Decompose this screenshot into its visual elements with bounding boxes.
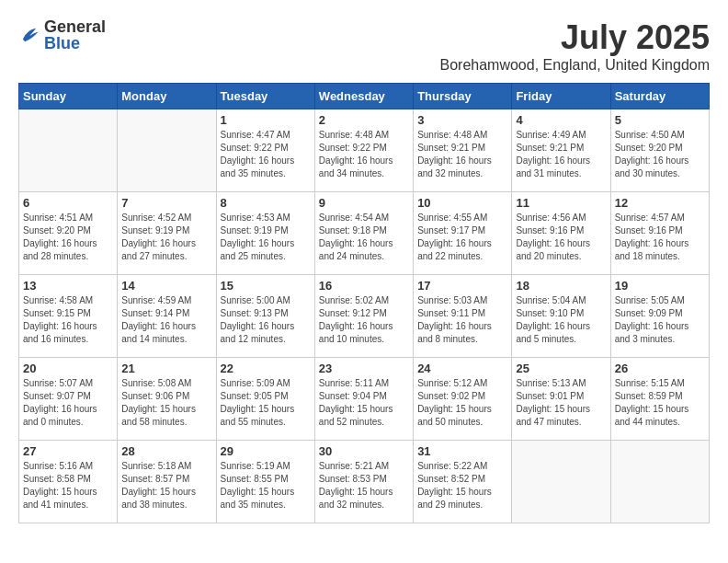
calendar-cell: 20Sunrise: 5:07 AM Sunset: 9:07 PM Dayli… xyxy=(19,358,118,441)
day-number: 23 xyxy=(319,362,409,375)
day-number: 30 xyxy=(319,444,409,458)
day-detail: Sunrise: 4:57 AM Sunset: 9:16 PM Dayligh… xyxy=(615,212,705,263)
day-detail: Sunrise: 4:47 AM Sunset: 9:22 PM Dayligh… xyxy=(221,129,311,180)
day-number: 12 xyxy=(615,196,705,210)
day-number: 1 xyxy=(221,113,311,127)
day-detail: Sunrise: 4:53 AM Sunset: 9:19 PM Dayligh… xyxy=(221,212,311,263)
day-number: 22 xyxy=(221,362,311,375)
calendar-cell: 28Sunrise: 5:18 AM Sunset: 8:57 PM Dayli… xyxy=(118,441,216,523)
calendar-cell xyxy=(118,109,216,192)
calendar-cell: 16Sunrise: 5:02 AM Sunset: 9:12 PM Dayli… xyxy=(314,275,413,358)
day-number: 20 xyxy=(23,362,113,375)
calendar-cell xyxy=(610,441,709,523)
calendar-cell: 10Sunrise: 4:55 AM Sunset: 9:17 PM Dayli… xyxy=(414,192,512,275)
day-number: 13 xyxy=(23,279,113,293)
day-number: 19 xyxy=(615,279,705,293)
logo-blue: Blue xyxy=(44,35,106,52)
calendar-week-4: 20Sunrise: 5:07 AM Sunset: 9:07 PM Dayli… xyxy=(19,358,710,441)
day-detail: Sunrise: 5:21 AM Sunset: 8:53 PM Dayligh… xyxy=(319,460,409,511)
day-detail: Sunrise: 4:48 AM Sunset: 9:22 PM Dayligh… xyxy=(319,129,409,180)
calendar-cell: 9Sunrise: 4:54 AM Sunset: 9:18 PM Daylig… xyxy=(314,192,413,275)
day-number: 21 xyxy=(121,362,211,375)
calendar-cell: 4Sunrise: 4:49 AM Sunset: 9:21 PM Daylig… xyxy=(512,109,610,192)
weekday-header-saturday: Saturday xyxy=(610,84,709,109)
calendar-cell: 2Sunrise: 4:48 AM Sunset: 9:22 PM Daylig… xyxy=(314,109,413,192)
calendar-cell: 26Sunrise: 5:15 AM Sunset: 8:59 PM Dayli… xyxy=(610,358,709,441)
calendar-cell: 29Sunrise: 5:19 AM Sunset: 8:55 PM Dayli… xyxy=(216,441,314,523)
day-number: 31 xyxy=(417,444,507,458)
calendar-cell: 25Sunrise: 5:13 AM Sunset: 9:01 PM Dayli… xyxy=(512,358,610,441)
day-detail: Sunrise: 5:05 AM Sunset: 9:09 PM Dayligh… xyxy=(615,294,705,346)
day-number: 16 xyxy=(319,279,409,293)
calendar-cell: 13Sunrise: 4:58 AM Sunset: 9:15 PM Dayli… xyxy=(19,275,118,358)
day-detail: Sunrise: 5:04 AM Sunset: 9:10 PM Dayligh… xyxy=(516,294,606,346)
weekday-header-sunday: Sunday xyxy=(19,84,118,109)
day-detail: Sunrise: 5:22 AM Sunset: 8:52 PM Dayligh… xyxy=(417,460,507,511)
logo-general: General xyxy=(44,18,106,35)
weekday-header-monday: Monday xyxy=(118,84,216,109)
weekday-header-tuesday: Tuesday xyxy=(216,84,314,109)
calendar-cell xyxy=(19,109,118,192)
calendar-week-5: 27Sunrise: 5:16 AM Sunset: 8:58 PM Dayli… xyxy=(19,441,710,523)
calendar-week-2: 6Sunrise: 4:51 AM Sunset: 9:20 PM Daylig… xyxy=(19,192,710,275)
day-number: 2 xyxy=(319,113,409,127)
calendar-cell: 24Sunrise: 5:12 AM Sunset: 9:02 PM Dayli… xyxy=(414,358,512,441)
weekday-header-wednesday: Wednesday xyxy=(314,84,413,109)
calendar-header-row: SundayMondayTuesdayWednesdayThursdayFrid… xyxy=(19,84,710,109)
day-detail: Sunrise: 5:13 AM Sunset: 9:01 PM Dayligh… xyxy=(516,377,606,429)
calendar-cell: 31Sunrise: 5:22 AM Sunset: 8:52 PM Dayli… xyxy=(414,441,512,523)
calendar-cell: 19Sunrise: 5:05 AM Sunset: 9:09 PM Dayli… xyxy=(610,275,709,358)
day-number: 29 xyxy=(221,444,311,458)
calendar-cell: 6Sunrise: 4:51 AM Sunset: 9:20 PM Daylig… xyxy=(19,192,118,275)
calendar-cell: 1Sunrise: 4:47 AM Sunset: 9:22 PM Daylig… xyxy=(216,109,314,192)
day-detail: Sunrise: 4:49 AM Sunset: 9:21 PM Dayligh… xyxy=(516,129,606,180)
day-number: 5 xyxy=(615,113,705,127)
day-number: 7 xyxy=(121,196,211,210)
day-detail: Sunrise: 4:48 AM Sunset: 9:21 PM Dayligh… xyxy=(417,129,507,180)
day-number: 18 xyxy=(516,279,606,293)
day-detail: Sunrise: 5:18 AM Sunset: 8:57 PM Dayligh… xyxy=(121,460,211,511)
calendar-cell: 27Sunrise: 5:16 AM Sunset: 8:58 PM Dayli… xyxy=(19,441,118,523)
day-detail: Sunrise: 5:07 AM Sunset: 9:07 PM Dayligh… xyxy=(23,377,113,429)
calendar-week-3: 13Sunrise: 4:58 AM Sunset: 9:15 PM Dayli… xyxy=(19,275,710,358)
day-detail: Sunrise: 5:09 AM Sunset: 9:05 PM Dayligh… xyxy=(221,377,311,429)
calendar-table: SundayMondayTuesdayWednesdayThursdayFrid… xyxy=(18,83,710,523)
logo-text: General Blue xyxy=(44,18,106,52)
day-number: 10 xyxy=(417,196,507,210)
day-detail: Sunrise: 4:50 AM Sunset: 9:20 PM Dayligh… xyxy=(615,129,705,180)
day-detail: Sunrise: 5:16 AM Sunset: 8:58 PM Dayligh… xyxy=(23,460,113,511)
month-year: July 2025 xyxy=(439,18,710,57)
logo: General Blue xyxy=(18,18,106,52)
page-header: General Blue July 2025 Borehamwood, Engl… xyxy=(18,18,710,74)
day-number: 6 xyxy=(23,196,113,210)
day-detail: Sunrise: 5:00 AM Sunset: 9:13 PM Dayligh… xyxy=(221,294,311,346)
day-detail: Sunrise: 4:54 AM Sunset: 9:18 PM Dayligh… xyxy=(319,212,409,263)
day-detail: Sunrise: 4:52 AM Sunset: 9:19 PM Dayligh… xyxy=(121,212,211,263)
day-number: 11 xyxy=(516,196,606,210)
day-number: 24 xyxy=(417,362,507,375)
calendar-cell: 14Sunrise: 4:59 AM Sunset: 9:14 PM Dayli… xyxy=(118,275,216,358)
calendar-cell: 21Sunrise: 5:08 AM Sunset: 9:06 PM Dayli… xyxy=(118,358,216,441)
day-number: 3 xyxy=(417,113,507,127)
calendar-cell: 23Sunrise: 5:11 AM Sunset: 9:04 PM Dayli… xyxy=(314,358,413,441)
day-number: 4 xyxy=(516,113,606,127)
day-number: 28 xyxy=(121,444,211,458)
calendar-cell xyxy=(512,441,610,523)
day-detail: Sunrise: 5:08 AM Sunset: 9:06 PM Dayligh… xyxy=(121,377,211,429)
calendar-cell: 22Sunrise: 5:09 AM Sunset: 9:05 PM Dayli… xyxy=(216,358,314,441)
calendar-cell: 12Sunrise: 4:57 AM Sunset: 9:16 PM Dayli… xyxy=(610,192,709,275)
calendar-cell: 15Sunrise: 5:00 AM Sunset: 9:13 PM Dayli… xyxy=(216,275,314,358)
day-detail: Sunrise: 4:55 AM Sunset: 9:17 PM Dayligh… xyxy=(417,212,507,263)
weekday-header-thursday: Thursday xyxy=(414,84,512,109)
day-detail: Sunrise: 5:11 AM Sunset: 9:04 PM Dayligh… xyxy=(319,377,409,429)
day-detail: Sunrise: 4:58 AM Sunset: 9:15 PM Dayligh… xyxy=(23,294,113,346)
calendar-cell: 18Sunrise: 5:04 AM Sunset: 9:10 PM Dayli… xyxy=(512,275,610,358)
day-detail: Sunrise: 4:51 AM Sunset: 9:20 PM Dayligh… xyxy=(23,212,113,263)
day-detail: Sunrise: 5:12 AM Sunset: 9:02 PM Dayligh… xyxy=(417,377,507,429)
calendar-cell: 8Sunrise: 4:53 AM Sunset: 9:19 PM Daylig… xyxy=(216,192,314,275)
day-detail: Sunrise: 4:56 AM Sunset: 9:16 PM Dayligh… xyxy=(516,212,606,263)
day-detail: Sunrise: 5:02 AM Sunset: 9:12 PM Dayligh… xyxy=(319,294,409,346)
calendar-cell: 30Sunrise: 5:21 AM Sunset: 8:53 PM Dayli… xyxy=(314,441,413,523)
day-number: 8 xyxy=(221,196,311,210)
day-detail: Sunrise: 5:19 AM Sunset: 8:55 PM Dayligh… xyxy=(221,460,311,511)
